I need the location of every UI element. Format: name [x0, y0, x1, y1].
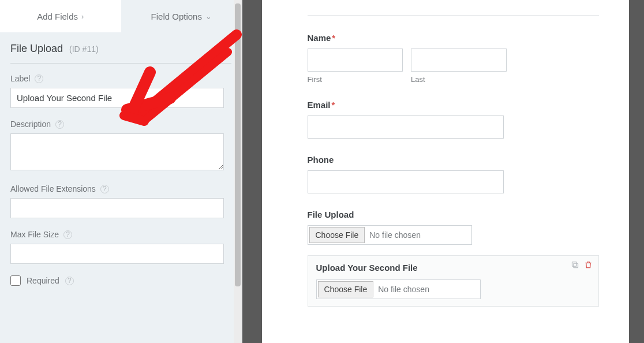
field-id: (ID #11) [69, 44, 99, 54]
email-label: Email [308, 100, 331, 110]
section-header[interactable]: File Upload (ID #11) ⌄ [10, 43, 231, 64]
file-input-2[interactable]: Choose File No file chosen [316, 279, 481, 299]
panel-divider [242, 0, 262, 343]
chevron-down-icon: ⌄ [205, 12, 212, 21]
required-asterisk: * [332, 100, 335, 110]
scrollbar-thumb[interactable] [235, 3, 241, 286]
choose-file-button[interactable]: Choose File [309, 227, 365, 243]
panel-body: File Upload (ID #11) ⌄ Label ? Descripti… [0, 32, 242, 296]
scrollbar[interactable] [234, 0, 242, 343]
tab-field-options-label: Field Options [151, 12, 202, 21]
last-name-input[interactable] [411, 49, 507, 72]
preview-field-fileupload1[interactable]: File Upload Choose File No file chosen [308, 210, 599, 245]
required-label: Required [27, 276, 59, 285]
preview-area: Name* First Last Email* [262, 0, 644, 343]
help-icon[interactable]: ? [35, 74, 43, 83]
help-icon[interactable]: ? [65, 277, 74, 285]
help-icon[interactable]: ? [63, 230, 72, 239]
help-icon[interactable]: ? [55, 120, 64, 129]
max-size-input[interactable] [10, 244, 224, 264]
preview-field-fileupload2-selected[interactable]: Upload Your Second File Choose File No f… [308, 255, 599, 307]
first-sublabel: First [308, 75, 403, 84]
label-input[interactable] [10, 88, 224, 108]
preview-field-phone[interactable]: Phone [308, 155, 599, 193]
phone-label: Phone [308, 155, 334, 165]
no-file-text: No file chosen [369, 230, 421, 240]
name-label: Name [308, 33, 331, 43]
choose-file-button[interactable]: Choose File [318, 281, 374, 297]
left-panel: Add Fields › Field Options ⌄ File Upload… [0, 0, 242, 343]
option-label-text: Label [10, 74, 30, 83]
tab-add-fields-label: Add Fields [37, 12, 78, 21]
description-input[interactable] [10, 133, 224, 170]
divider-line [308, 15, 599, 16]
duplicate-icon[interactable] [571, 260, 579, 271]
option-description-text: Description [10, 120, 51, 129]
option-required: Required ? [10, 275, 231, 286]
trash-icon[interactable] [584, 260, 593, 271]
chevron-down-icon[interactable]: ⌄ [224, 44, 231, 54]
right-edge [629, 0, 644, 343]
preview-field-email[interactable]: Email* [308, 100, 599, 139]
tab-add-fields[interactable]: Add Fields › [0, 0, 121, 32]
email-input[interactable] [308, 115, 504, 139]
file-input-1[interactable]: Choose File No file chosen [308, 225, 472, 245]
svg-rect-1 [572, 262, 576, 267]
required-asterisk: * [332, 33, 335, 43]
phone-input[interactable] [308, 170, 504, 193]
option-allowed-ext: Allowed File Extensions ? [10, 184, 231, 218]
last-sublabel: Last [411, 75, 507, 84]
chevron-right-icon: › [81, 12, 84, 21]
fileupload1-label: File Upload [308, 210, 354, 219]
preview-field-name[interactable]: Name* First Last [308, 33, 599, 84]
fileupload2-label: Upload Your Second File [316, 263, 418, 273]
tab-field-options[interactable]: Field Options ⌄ [121, 0, 242, 32]
option-label: Label ? [10, 74, 231, 108]
allowed-ext-input[interactable] [10, 198, 224, 218]
help-icon[interactable]: ? [100, 185, 109, 193]
required-checkbox[interactable] [10, 275, 21, 286]
option-description: Description ? [10, 120, 231, 173]
option-max-size: Max File Size ? [10, 230, 231, 264]
no-file-text: No file chosen [378, 285, 429, 294]
option-allowed-ext-text: Allowed File Extensions [10, 184, 96, 193]
section-title: File Upload (ID #11) [10, 43, 99, 55]
first-name-input[interactable] [308, 49, 403, 72]
svg-rect-0 [574, 263, 578, 268]
tabs: Add Fields › Field Options ⌄ [0, 0, 242, 32]
option-max-size-text: Max File Size [10, 230, 59, 239]
